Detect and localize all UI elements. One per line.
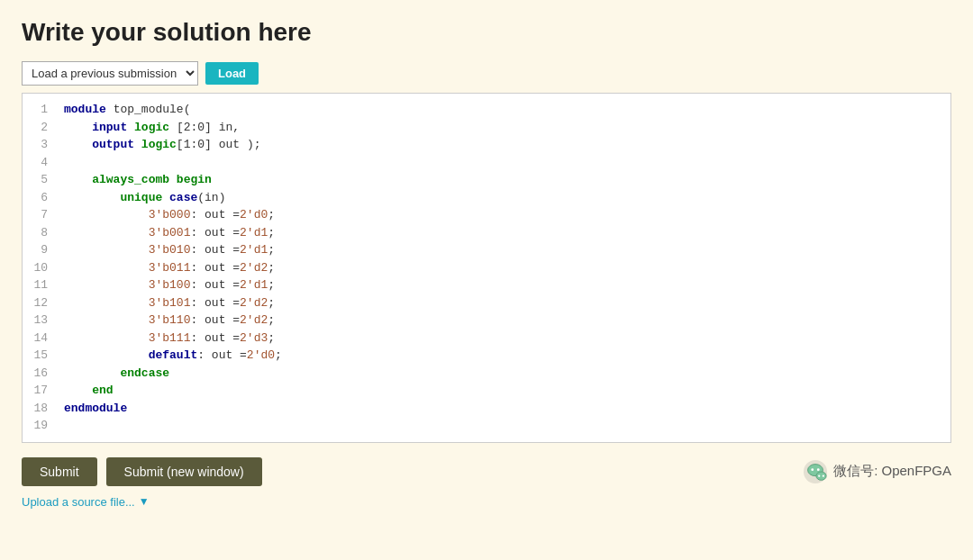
svg-point-4 <box>816 472 826 480</box>
toolbar: Load a previous submission Load <box>22 61 951 86</box>
code-content[interactable]: module top_module( input logic [2:0] in,… <box>55 94 950 442</box>
line-numbers: 1 2 3 4 5 6 7 8 9 10 11 12 13 14 15 16 1… <box>23 94 55 442</box>
button-group: Submit Submit (new window) <box>22 457 262 486</box>
submission-select[interactable]: Load a previous submission <box>22 61 198 86</box>
watermark-text: 微信号: OpenFPGA <box>833 463 951 480</box>
svg-point-3 <box>817 468 820 471</box>
watermark: 微信号: OpenFPGA <box>803 459 951 484</box>
svg-point-6 <box>823 474 824 476</box>
submit-button[interactable]: Submit <box>22 457 97 486</box>
upload-label: Upload a source file... <box>22 495 135 509</box>
submit-new-window-button[interactable]: Submit (new window) <box>106 457 262 486</box>
code-editor[interactable]: 1 2 3 4 5 6 7 8 9 10 11 12 13 14 15 16 1… <box>22 93 951 443</box>
upload-source-link[interactable]: Upload a source file... ▼ <box>22 495 951 509</box>
svg-point-5 <box>818 474 820 476</box>
svg-point-2 <box>811 468 814 471</box>
bottom-bar: Submit Submit (new window) 微信号: OpenFPGA <box>22 457 951 486</box>
wechat-icon <box>803 459 828 484</box>
chevron-down-icon: ▼ <box>139 495 150 508</box>
load-button[interactable]: Load <box>205 62 259 85</box>
page-title: Write your solution here <box>22 18 951 47</box>
